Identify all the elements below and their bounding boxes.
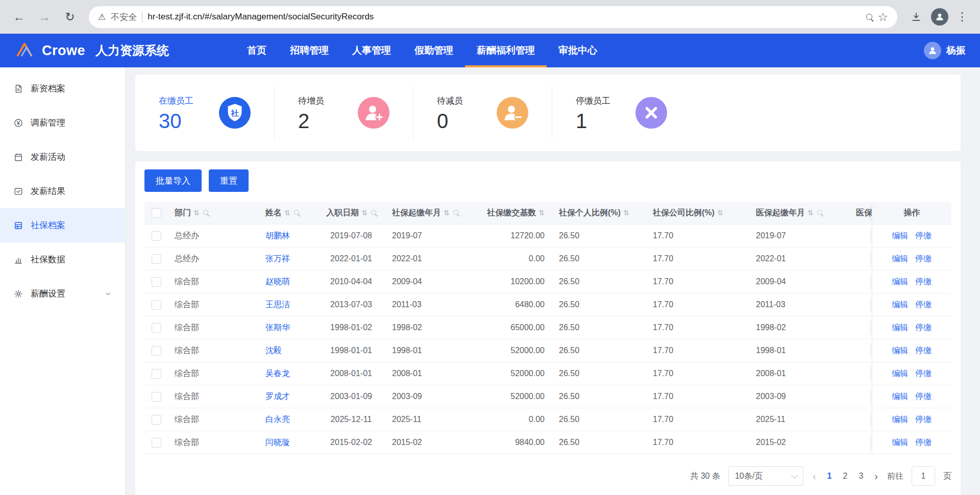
action-edit-link[interactable]: 编辑 (892, 277, 909, 286)
sort-icon[interactable]: ⇅ (444, 209, 450, 217)
action-stop-link[interactable]: 停缴 (916, 231, 932, 240)
sidebar-item-1[interactable]: 调薪管理 (0, 106, 125, 140)
browser-menu-icon[interactable]: ⋮ (952, 10, 972, 23)
search-icon[interactable] (203, 210, 208, 215)
col-header-ss_base[interactable]: 社保缴交基数⇅ (474, 202, 552, 225)
employee-name-link[interactable]: 赵晓萌 (258, 270, 317, 293)
sort-icon[interactable]: ⇅ (807, 209, 814, 217)
employee-name-link[interactable]: 闫晓璇 (258, 431, 317, 454)
action-stop-link[interactable]: 停缴 (916, 254, 932, 263)
nav-item-2[interactable]: 人事管理 (340, 34, 403, 67)
search-icon[interactable] (453, 210, 458, 215)
action-stop-link[interactable]: 停缴 (916, 346, 932, 355)
action-edit-link[interactable]: 编辑 (892, 438, 909, 447)
nav-item-4[interactable]: 薪酬福利管理 (465, 34, 547, 67)
row-checkbox[interactable] (152, 277, 161, 287)
sort-icon[interactable]: ⇅ (193, 209, 200, 217)
employee-name-link[interactable]: 王思洁 (258, 293, 317, 316)
download-icon[interactable] (905, 6, 927, 28)
sort-icon[interactable]: ⇅ (361, 209, 368, 217)
page-number-2[interactable]: 2 (841, 472, 850, 481)
page-number-3[interactable]: 3 (856, 472, 865, 481)
row-checkbox[interactable] (152, 346, 161, 356)
col-header-hire_date[interactable]: 入职日期⇅ (317, 202, 385, 225)
col-header-ss_start[interactable]: 社保起缴年月⇅ (385, 202, 474, 225)
reset-button[interactable]: 重置 (209, 169, 249, 192)
nav-item-5[interactable]: 审批中心 (547, 34, 609, 67)
nav-item-3[interactable]: 假勤管理 (403, 34, 465, 67)
col-header-ss_company[interactable]: 社保公司比例(%)⇅ (646, 202, 749, 225)
search-icon[interactable] (371, 210, 376, 215)
back-button[interactable]: ← (8, 6, 30, 28)
table-header-row: 部门⇅姓名⇅入职日期⇅社保起缴年月⇅社保缴交基数⇅社保个人比例(%)⇅社保公司比… (144, 202, 951, 225)
browser-profile-icon[interactable] (931, 8, 948, 26)
sort-icon[interactable]: ⇅ (538, 209, 545, 217)
user-menu[interactable]: 杨振 (924, 42, 966, 59)
employee-name-link[interactable]: 胡鹏林 (258, 225, 317, 247)
cell-ss_personal: 26.50 (552, 225, 646, 247)
action-stop-link[interactable]: 停缴 (916, 415, 932, 424)
forward-button[interactable]: → (34, 6, 55, 28)
col-header-mi_start[interactable]: 医保起缴年月⇅ (749, 202, 849, 225)
bookmark-star-icon[interactable]: ☆ (877, 10, 888, 24)
action-edit-link[interactable]: 编辑 (892, 415, 909, 424)
sort-icon[interactable]: ⇅ (284, 209, 290, 217)
action-stop-link[interactable]: 停缴 (916, 369, 932, 378)
cell-dept: 总经办 (167, 225, 258, 247)
prev-page-button[interactable]: ‹ (812, 471, 817, 482)
col-header-name[interactable]: 姓名⇅ (258, 202, 317, 225)
col-header-checkbox[interactable] (144, 202, 167, 225)
sidebar-item-2[interactable]: 发薪活动 (0, 140, 125, 174)
action-edit-link[interactable]: 编辑 (892, 231, 909, 240)
action-edit-link[interactable]: 编辑 (892, 369, 909, 378)
sidebar-item-4[interactable]: 社保档案 (0, 208, 125, 242)
row-checkbox[interactable] (152, 415, 161, 425)
row-checkbox[interactable] (152, 369, 161, 379)
sidebar-item-6[interactable]: 薪酬设置 (0, 277, 125, 311)
page-number-1[interactable]: 1 (825, 472, 834, 481)
address-bar[interactable]: ⚠ 不安全 hr-test.zjf-it.cn/#/salaryManageme… (89, 6, 897, 28)
employee-name-link[interactable]: 张万祥 (258, 247, 317, 270)
action-edit-link[interactable]: 编辑 (892, 392, 909, 401)
row-checkbox[interactable] (152, 254, 161, 264)
sidebar-item-0[interactable]: 薪资档案 (0, 71, 125, 106)
sidebar-item-5[interactable]: 社保数据 (0, 242, 125, 277)
action-stop-link[interactable]: 停缴 (916, 300, 932, 309)
action-stop-link[interactable]: 停缴 (916, 392, 932, 401)
row-checkbox[interactable] (152, 392, 161, 402)
next-page-button[interactable]: › (873, 471, 879, 482)
sort-icon[interactable]: ⇅ (717, 209, 723, 217)
employee-name-link[interactable]: 沈毅 (258, 339, 317, 362)
employee-name-link[interactable]: 张期华 (258, 316, 317, 339)
row-checkbox[interactable] (152, 323, 161, 333)
sidebar-item-3[interactable]: 发薪结果 (0, 174, 125, 208)
zoom-icon[interactable] (866, 14, 872, 20)
search-icon[interactable] (817, 210, 822, 215)
row-checkbox[interactable] (152, 438, 161, 448)
goto-page-input[interactable] (912, 466, 935, 486)
search-icon[interactable] (294, 210, 299, 215)
employee-name-link[interactable]: 白永亮 (258, 408, 317, 431)
action-stop-link[interactable]: 停缴 (916, 323, 932, 332)
page-size-select[interactable]: 10条/页 (728, 466, 803, 486)
table-row: 综合部闫晓璇2015-02-022015-029840.0026.5017.70… (144, 431, 951, 454)
row-checkbox[interactable] (152, 231, 161, 241)
nav-item-1[interactable]: 招聘管理 (278, 34, 340, 67)
col-header-dept[interactable]: 部门⇅ (167, 202, 258, 225)
employee-name-link[interactable]: 吴春龙 (258, 362, 317, 385)
sort-icon[interactable]: ⇅ (623, 209, 629, 217)
action-edit-link[interactable]: 编辑 (892, 300, 909, 309)
action-stop-link[interactable]: 停缴 (916, 438, 932, 447)
nav-item-0[interactable]: 首页 (235, 34, 278, 67)
action-edit-link[interactable]: 编辑 (892, 323, 909, 332)
select-all-checkbox[interactable] (152, 208, 161, 218)
employee-name-link[interactable]: 罗成才 (258, 385, 317, 408)
action-stop-link[interactable]: 停缴 (916, 277, 932, 286)
row-checkbox[interactable] (152, 300, 161, 310)
app-title: 人力资源系统 (95, 42, 169, 59)
batch-import-button[interactable]: 批量导入 (144, 169, 202, 192)
col-header-ss_personal[interactable]: 社保个人比例(%)⇅ (552, 202, 646, 225)
action-edit-link[interactable]: 编辑 (892, 346, 909, 355)
refresh-button[interactable]: ↻ (59, 6, 81, 28)
action-edit-link[interactable]: 编辑 (892, 254, 909, 263)
